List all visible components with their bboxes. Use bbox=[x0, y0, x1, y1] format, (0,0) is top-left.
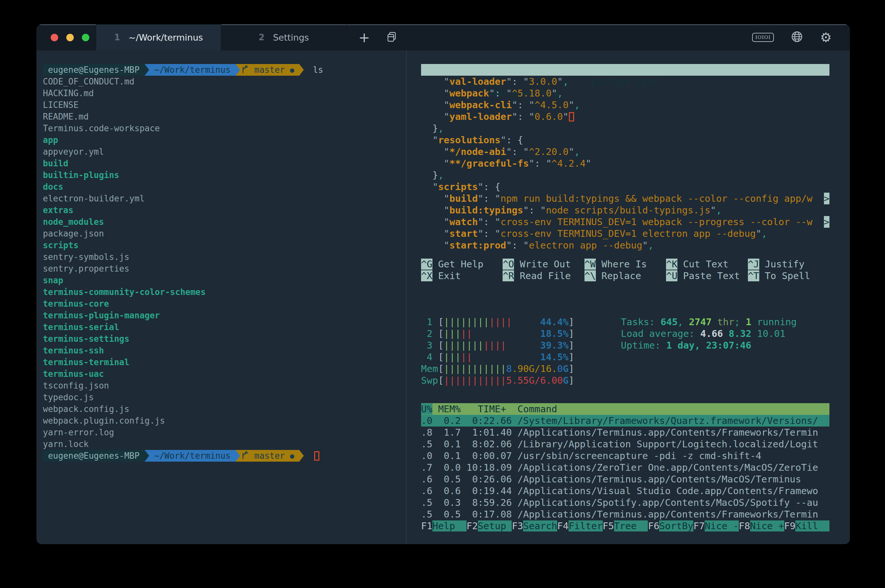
fkey-key[interactable]: F9 bbox=[784, 520, 796, 531]
text-segment: , bbox=[557, 88, 563, 99]
zoom-button[interactable] bbox=[82, 34, 89, 41]
text-segment: " bbox=[489, 88, 495, 99]
text-segment: ||||||||||| bbox=[444, 375, 506, 386]
titlebar-actions: IOIOI ⚙ bbox=[752, 24, 850, 50]
settings-gear-icon[interactable]: ⚙ bbox=[820, 31, 832, 44]
tab-settings[interactable]: 2 Settings bbox=[221, 24, 346, 50]
text-segment: " bbox=[523, 205, 529, 216]
tab-work-terminus[interactable]: 1 ~/Work/terminus bbox=[96, 24, 221, 50]
split-pane-button[interactable] bbox=[377, 24, 406, 50]
process-row: .0 0.1 0:00.07 /usr/sbin/screencapture -… bbox=[421, 450, 830, 462]
nano-shortcut: ^O Write Out bbox=[502, 258, 584, 270]
text-segment: " bbox=[756, 228, 761, 239]
text-segment: , bbox=[563, 76, 568, 87]
text-segment: " bbox=[478, 228, 483, 239]
directory-name: docs bbox=[43, 182, 63, 192]
text-segment: " bbox=[523, 76, 529, 87]
fkey-key[interactable]: F5 bbox=[603, 520, 614, 531]
text-segment: ] bbox=[568, 351, 574, 363]
shortcut-key: ^W bbox=[585, 259, 596, 270]
window-content: eugene@Eugenes-MBP ~/Work/terminus maste… bbox=[36, 50, 850, 544]
titlebar-spacer bbox=[406, 24, 752, 50]
text-segment: 0 bbox=[557, 363, 563, 374]
text-segment: : bbox=[495, 88, 506, 99]
text-segment: */node-abi bbox=[449, 146, 506, 157]
globe-icon[interactable] bbox=[791, 30, 803, 44]
text-segment: : bbox=[512, 76, 523, 87]
fkey-key[interactable]: F2 bbox=[466, 520, 478, 531]
directory-name: terminus-uac bbox=[43, 369, 104, 379]
fkey-action[interactable]: Filter bbox=[568, 520, 603, 531]
text-segment: Swp bbox=[421, 375, 438, 386]
text-segment: " bbox=[500, 135, 506, 146]
text-segment: Mem bbox=[421, 363, 438, 374]
fkey-key[interactable]: F7 bbox=[693, 520, 705, 531]
htop-process-table: U% MEM% TIME+ Command.0 0.2 0:22.66 /Sys… bbox=[421, 403, 830, 520]
text-segment: : bbox=[512, 146, 523, 157]
text-segment: cross-env TERMINUS_DEV=1 webpack --progr… bbox=[500, 216, 812, 227]
text-segment: " bbox=[421, 205, 449, 216]
summary-line: Tasks: 645, 2747 thr; 1 running bbox=[621, 316, 796, 328]
new-tab-button[interactable]: + bbox=[351, 24, 377, 50]
text-segment: Tasks: bbox=[621, 316, 660, 327]
fkey-action[interactable]: Kill bbox=[795, 520, 830, 531]
text-segment: : bbox=[534, 158, 546, 169]
serial-ports-icon[interactable]: IOIOI bbox=[752, 33, 774, 42]
text-segment: " bbox=[540, 205, 546, 216]
close-button[interactable] bbox=[51, 34, 58, 41]
text-segment: { bbox=[495, 181, 500, 192]
text-segment: " bbox=[421, 111, 449, 122]
fkey-action[interactable]: Nice + bbox=[750, 520, 784, 531]
minimize-button[interactable] bbox=[66, 34, 74, 41]
nano-line: }, bbox=[421, 169, 830, 181]
text-segment: , bbox=[716, 205, 722, 216]
text-segment: ] bbox=[568, 375, 574, 386]
text-segment: : bbox=[483, 193, 495, 204]
fkey-action[interactable]: Tree bbox=[614, 520, 648, 531]
fkey-action[interactable]: SortBy bbox=[659, 520, 693, 531]
nano-shortcut: ^X Exit bbox=[421, 270, 502, 282]
shortcut-key: ^\ bbox=[585, 270, 596, 281]
nano-shortcut: ^T To Spell bbox=[748, 270, 830, 282]
text-segment: [ bbox=[438, 328, 444, 339]
fkey-key[interactable]: F3 bbox=[512, 520, 523, 531]
terminal-pane[interactable]: eugene@Eugenes-MBP ~/Work/terminus maste… bbox=[36, 50, 407, 544]
fkey-key[interactable]: F8 bbox=[739, 520, 750, 531]
fkey-action[interactable]: Search bbox=[523, 520, 557, 531]
fkey-action[interactable]: Nice - bbox=[705, 520, 739, 531]
file-entry: terminus-community-color-schemes bbox=[43, 286, 406, 298]
text-segment: 1 bbox=[421, 316, 438, 327]
text-segment: " bbox=[563, 111, 568, 122]
text-segment: " bbox=[421, 240, 449, 251]
nano-editor: package.json GNU nano 4.5 "val-loader": … bbox=[421, 64, 830, 282]
process-row: .5 0.5 0:17.08 /Applications/Terminus.ap… bbox=[421, 508, 830, 520]
editor-pane[interactable]: package.json GNU nano 4.5 "val-loader": … bbox=[407, 50, 850, 544]
text-segment: 8 bbox=[506, 363, 512, 374]
file-entry: node_modules bbox=[43, 216, 406, 228]
text-segment: cross-env TERMINUS_DEV=1 electron app --… bbox=[500, 228, 756, 239]
fkey-key[interactable]: F1 bbox=[421, 520, 432, 531]
text-segment: " bbox=[512, 111, 517, 122]
file-entry: terminus-settings bbox=[43, 333, 406, 345]
text-segment: ^5.18.0 bbox=[512, 88, 551, 99]
text-segment: watch bbox=[449, 216, 478, 227]
process-row: .5 0.3 8:59.26 /Applications/Spotify.app… bbox=[421, 497, 830, 508]
text-segment: , bbox=[762, 228, 767, 239]
text-segment: 0.6.0 bbox=[534, 111, 563, 122]
text-segment: : bbox=[483, 181, 495, 192]
text-segment: " bbox=[421, 158, 449, 169]
fkey-key[interactable]: F4 bbox=[557, 520, 568, 531]
file-entry: LICENSE bbox=[43, 99, 406, 111]
text-segment: scripts bbox=[438, 181, 478, 192]
fkey-action[interactable]: Help bbox=[432, 520, 466, 531]
text-segment: " bbox=[421, 135, 438, 146]
file-entry: typedoc.js bbox=[43, 392, 406, 403]
text-segment: " bbox=[478, 181, 483, 192]
shortcut-key: ^R bbox=[502, 270, 514, 281]
fkey-key[interactable]: F6 bbox=[648, 520, 659, 531]
text-segment: " bbox=[506, 88, 512, 99]
text-segment bbox=[512, 316, 540, 327]
text-segment: 645 bbox=[660, 316, 677, 327]
fkey-action[interactable]: Setup bbox=[478, 520, 512, 531]
text-segment: : bbox=[529, 205, 540, 216]
